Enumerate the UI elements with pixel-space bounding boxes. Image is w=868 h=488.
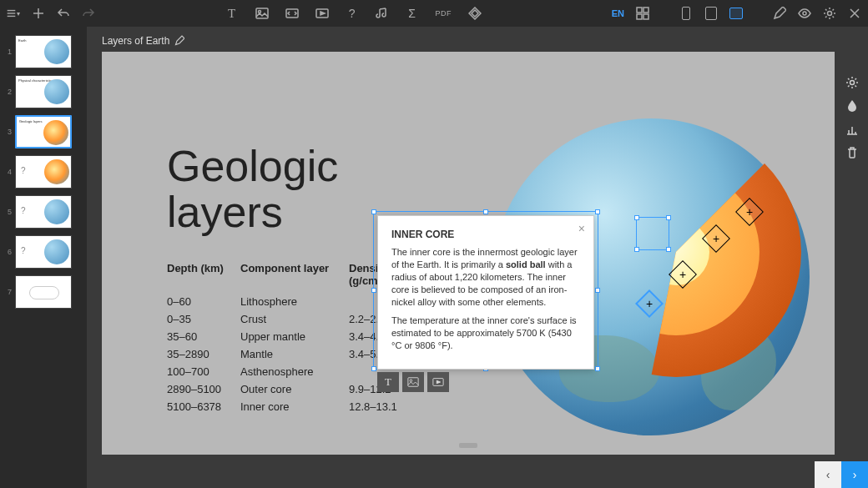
slide-canvas[interactable]: Geologiclayers Depth (km) Component laye…	[102, 52, 835, 455]
popup-paragraph: The temperature at the inner core's surf…	[391, 314, 580, 352]
close-icon[interactable]	[848, 7, 861, 20]
svg-point-11	[803, 12, 806, 15]
right-rail	[845, 75, 860, 160]
svg-rect-14	[408, 378, 418, 387]
svg-rect-2	[8, 16, 16, 17]
video-tool-icon[interactable]	[315, 7, 329, 20]
svg-rect-8	[643, 8, 648, 13]
slide-thumb[interactable]	[15, 275, 72, 309]
document-title[interactable]: Layers of Earth	[102, 35, 184, 47]
table-cell: Crust	[240, 313, 349, 325]
canvas-grip[interactable]	[459, 443, 477, 448]
audio-tool-icon[interactable]	[376, 7, 389, 20]
nav-next-button[interactable]: ›	[841, 461, 868, 488]
slide-number: 4	[3, 168, 12, 176]
slide-thumb[interactable]: ?	[15, 235, 72, 269]
add-icon[interactable]	[32, 7, 45, 20]
drop-icon[interactable]	[845, 98, 860, 113]
slide-thumb[interactable]: ?	[15, 155, 72, 189]
popup-paragraph: The inner core is the innermost geologic…	[391, 246, 580, 308]
device-desktop-icon[interactable]	[729, 7, 743, 20]
table-cell: 35–2890	[167, 348, 240, 360]
top-toolbar: ▾ T ? Σ PDF EN	[0, 0, 868, 27]
shape-tool-icon[interactable]	[468, 7, 482, 20]
table-cell: Asthenosphere	[240, 365, 349, 378]
table-cell: 0–60	[167, 295, 240, 308]
slide-number: 6	[3, 248, 12, 256]
device-phone-icon[interactable]	[679, 7, 693, 20]
nav-prev-button[interactable]: ‹	[815, 461, 841, 488]
svg-rect-7	[637, 8, 642, 13]
table-cell: 0–35	[167, 313, 240, 325]
slide-number: 7	[3, 288, 12, 296]
gear-icon[interactable]	[845, 75, 860, 90]
preview-icon[interactable]	[798, 7, 811, 20]
svg-point-13	[850, 81, 855, 85]
edit-title-icon[interactable]	[174, 36, 184, 46]
table-header: Component layer	[240, 262, 349, 287]
text-tool-icon[interactable]: T	[225, 7, 239, 20]
slide-thumb-active[interactable]: Geologic layers	[15, 115, 72, 148]
svg-rect-0	[8, 10, 16, 11]
popup-close-icon[interactable]: ×	[578, 221, 585, 237]
math-tool-icon[interactable]: Σ	[406, 7, 419, 20]
undo-icon[interactable]	[57, 7, 70, 20]
draw-icon[interactable]	[773, 7, 786, 20]
popup-video-button[interactable]	[427, 372, 449, 392]
svg-point-15	[410, 380, 412, 382]
settings-icon[interactable]	[823, 7, 836, 20]
slide-number: 5	[3, 208, 12, 216]
table-cell: 35–60	[167, 330, 240, 343]
chart-icon[interactable]	[845, 122, 860, 137]
svg-rect-3	[256, 8, 268, 18]
slide-panel: 1Earth 2Physical characteristics 3Geolog…	[0, 27, 87, 488]
question-tool-icon[interactable]: ?	[346, 7, 359, 20]
table-cell: Inner core	[240, 400, 349, 413]
slide-thumb[interactable]: Earth	[15, 35, 72, 68]
hotspot-popup[interactable]: × INNER CORE The inner core is the inner…	[377, 215, 594, 370]
slide-number: 1	[3, 48, 12, 56]
table-cell: 100–700	[167, 365, 240, 378]
svg-rect-9	[637, 14, 642, 19]
table-cell: Upper mantle	[240, 330, 349, 343]
image-tool-icon[interactable]	[255, 7, 269, 20]
svg-rect-10	[643, 14, 648, 19]
slide-number: 2	[3, 88, 12, 96]
table-cell: 5100–6378	[167, 400, 240, 413]
language-button[interactable]: EN	[612, 8, 624, 18]
slide-number: 3	[3, 128, 12, 136]
svg-point-12	[828, 12, 832, 16]
slide-thumb[interactable]: Physical characteristics	[15, 75, 72, 108]
menu-icon[interactable]: ▾	[7, 7, 20, 20]
nav-buttons: ‹ ›	[815, 461, 868, 488]
slide-thumb[interactable]: ?	[15, 195, 72, 229]
popup-text-button[interactable]: T	[377, 372, 399, 392]
svg-rect-1	[8, 13, 16, 13]
canvas-area: Layers of Earth Geologiclayers Depth (km…	[87, 27, 868, 488]
popup-toolbar: T	[377, 372, 449, 392]
trash-icon[interactable]	[845, 145, 860, 160]
slide-heading: Geologiclayers	[167, 143, 338, 234]
document-title-text: Layers of Earth	[102, 35, 169, 47]
popup-title: INNER CORE	[391, 228, 580, 241]
table-cell: Outer core	[240, 383, 349, 395]
iframe-tool-icon[interactable]	[285, 7, 299, 20]
table-cell: 2890–5100	[167, 383, 240, 395]
device-tablet-icon[interactable]	[704, 7, 718, 20]
redo-icon[interactable]	[82, 7, 95, 20]
table-cell: Lithosphere	[240, 295, 349, 308]
table-header: Depth (km)	[167, 262, 240, 287]
popup-image-button[interactable]	[402, 372, 424, 392]
table-cell: 12.8–13.1	[349, 400, 416, 413]
table-cell: Mantle	[240, 348, 349, 360]
grid-icon[interactable]	[636, 7, 649, 20]
pdf-tool[interactable]: PDF	[436, 9, 452, 18]
